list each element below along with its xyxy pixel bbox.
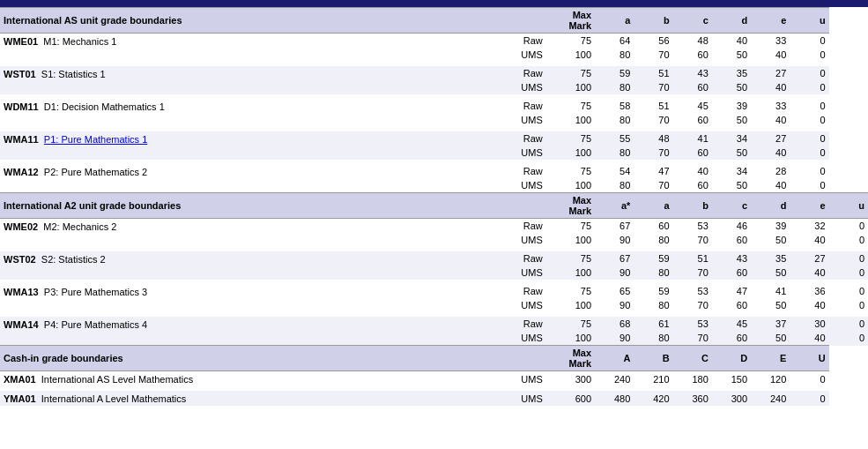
grade-value: 47 bbox=[712, 284, 751, 298]
grade-value: 37 bbox=[751, 317, 790, 331]
max-mark: 100 bbox=[546, 266, 595, 280]
grade-value: 43 bbox=[712, 251, 751, 266]
grade-value: 50 bbox=[712, 113, 751, 127]
grade-value: 33 bbox=[751, 99, 790, 113]
main-title bbox=[0, 0, 868, 7]
grade-value: 60 bbox=[673, 146, 712, 160]
grade-value: 47 bbox=[634, 164, 672, 178]
grade-value: 70 bbox=[634, 178, 672, 193]
grade-value: 480 bbox=[595, 391, 634, 406]
unit-name: WDM11 D1: Decision Mathematics 1 bbox=[0, 99, 508, 127]
grade-value: 0 bbox=[790, 99, 828, 113]
grade-value: 0 bbox=[790, 164, 828, 178]
grade-value: 0 bbox=[829, 298, 868, 312]
max-mark: 100 bbox=[546, 178, 595, 193]
row-type: Raw bbox=[508, 317, 546, 331]
grade-value: 51 bbox=[673, 251, 712, 266]
grade-value: 80 bbox=[595, 113, 634, 127]
grade-value: 70 bbox=[634, 48, 672, 62]
grade-value: 27 bbox=[751, 66, 790, 80]
table-row: WMA13 P3: Pure Mathematics 3 Raw 75 6559… bbox=[0, 284, 868, 298]
grade-value: 0 bbox=[829, 219, 868, 234]
row-type: Raw bbox=[508, 284, 546, 298]
grade-value: 0 bbox=[790, 66, 828, 80]
grade-value: 0 bbox=[790, 113, 828, 127]
grade-value: 43 bbox=[673, 66, 712, 80]
grade-value: 59 bbox=[634, 284, 672, 298]
grade-value: 28 bbox=[751, 164, 790, 178]
table-row: WME01 M1: Mechanics 1 Raw 75 64564840330 bbox=[0, 34, 868, 49]
max-mark: 75 bbox=[546, 251, 595, 266]
grade-value: 0 bbox=[790, 371, 828, 387]
table-row: WMA14 P4: Pure Mathematics 4 Raw 75 6861… bbox=[0, 317, 868, 331]
grade-value: 70 bbox=[634, 113, 672, 127]
grade-value: 420 bbox=[634, 391, 672, 406]
grade-value: 59 bbox=[595, 66, 634, 80]
grade-value: 65 bbox=[595, 284, 634, 298]
grade-value: 90 bbox=[595, 266, 634, 280]
row-type: Raw bbox=[508, 99, 546, 113]
grade-value: 70 bbox=[673, 233, 712, 247]
grade-value: 64 bbox=[595, 34, 634, 49]
grade-value: 240 bbox=[751, 391, 790, 406]
section-label: Cash-in grade boundaries bbox=[0, 346, 508, 371]
grade-value: 40 bbox=[751, 146, 790, 160]
grade-value: 50 bbox=[712, 48, 751, 62]
max-mark: 75 bbox=[546, 317, 595, 331]
grade-value: 53 bbox=[673, 219, 712, 234]
row-type: Raw bbox=[508, 251, 546, 266]
grade-value: 60 bbox=[712, 331, 751, 346]
grade-value: 67 bbox=[595, 251, 634, 266]
grade-value: 35 bbox=[712, 66, 751, 80]
row-type: UMS bbox=[508, 48, 546, 62]
grade-value: 40 bbox=[673, 164, 712, 178]
grade-value: 0 bbox=[829, 331, 868, 346]
grade-value: 50 bbox=[712, 80, 751, 94]
grade-value: 0 bbox=[829, 317, 868, 331]
table-row: WST01 S1: Statistics 1 Raw 75 5951433527… bbox=[0, 66, 868, 80]
max-mark: 100 bbox=[546, 298, 595, 312]
table-row: WME02 M2: Mechanics 2 Raw 75 67605346393… bbox=[0, 219, 868, 234]
grade-value: 40 bbox=[712, 34, 751, 49]
max-mark: 75 bbox=[546, 131, 595, 146]
grade-value: 0 bbox=[829, 251, 868, 266]
unit-name: WMA13 P3: Pure Mathematics 3 bbox=[0, 284, 508, 312]
grade-value: 240 bbox=[595, 371, 634, 387]
max-mark: 75 bbox=[546, 34, 595, 49]
grade-value: 33 bbox=[751, 34, 790, 49]
row-type: UMS bbox=[508, 146, 546, 160]
grade-value: 0 bbox=[790, 391, 828, 406]
grade-value: 80 bbox=[595, 48, 634, 62]
unit-name: WST02 S2: Statistics 2 bbox=[0, 251, 508, 280]
grade-value: 34 bbox=[712, 164, 751, 178]
max-mark: 75 bbox=[546, 219, 595, 234]
row-type: UMS bbox=[508, 80, 546, 94]
table-row: WDM11 D1: Decision Mathematics 1 Raw 75 … bbox=[0, 99, 868, 113]
grade-value: 0 bbox=[790, 178, 828, 193]
table-row: WMA11 P1: Pure Mathematics 1 Raw 75 5548… bbox=[0, 131, 868, 146]
grade-value: 39 bbox=[751, 219, 790, 234]
max-mark: 600 bbox=[546, 391, 595, 406]
grade-value: 60 bbox=[673, 113, 712, 127]
grade-value: 0 bbox=[790, 80, 828, 94]
grade-value: 51 bbox=[634, 66, 672, 80]
grade-value: 80 bbox=[595, 146, 634, 160]
grade-value: 0 bbox=[790, 48, 828, 62]
grade-value: 150 bbox=[712, 371, 751, 387]
grade-value: 50 bbox=[751, 266, 790, 280]
max-mark: 100 bbox=[546, 331, 595, 346]
grade-value: 0 bbox=[790, 34, 828, 49]
row-type: Raw bbox=[508, 219, 546, 234]
row-type: Raw bbox=[508, 131, 546, 146]
grade-value: 40 bbox=[751, 113, 790, 127]
grade-value: 90 bbox=[595, 331, 634, 346]
grade-value: 41 bbox=[673, 131, 712, 146]
grade-value: 60 bbox=[712, 266, 751, 280]
row-type: UMS bbox=[508, 233, 546, 247]
grade-value: 50 bbox=[751, 298, 790, 312]
grade-value: 90 bbox=[595, 298, 634, 312]
row-type: UMS bbox=[508, 113, 546, 127]
grade-value: 70 bbox=[634, 146, 672, 160]
row-type: Raw bbox=[508, 34, 546, 49]
grade-value: 180 bbox=[673, 371, 712, 387]
